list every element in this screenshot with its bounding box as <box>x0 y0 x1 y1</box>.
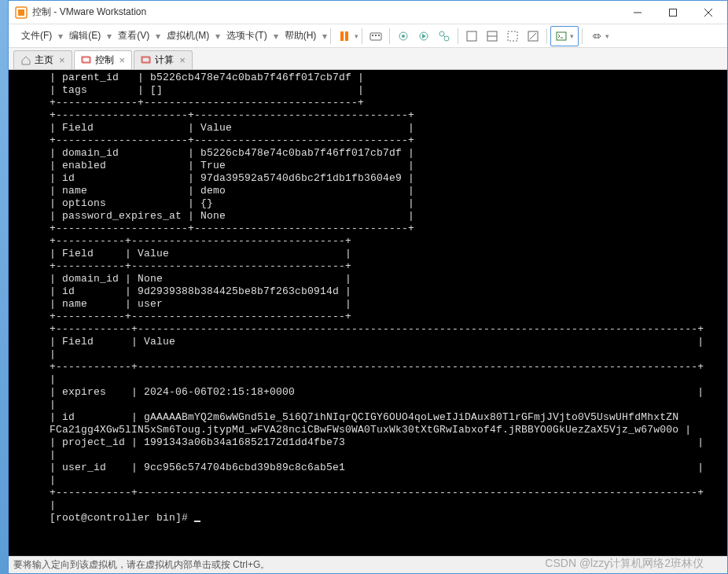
terminal-output[interactable]: | parent_id | b5226cb478e74c0bab7f46ff01… <box>9 70 727 556</box>
send-ctrlaltdel-icon[interactable] <box>366 26 386 46</box>
svg-rect-10 <box>375 35 377 36</box>
tab-label: 计算 <box>155 53 174 67</box>
unity-icon[interactable] <box>482 26 502 46</box>
console-icon[interactable]: ▾ <box>550 26 579 46</box>
expand-icon[interactable]: ▾ <box>586 26 614 46</box>
menu-vm[interactable]: 虚拟机(M) <box>160 26 215 46</box>
tab-label: 主页 <box>35 53 53 67</box>
vmware-icon <box>15 6 28 19</box>
close-icon[interactable]: × <box>179 54 186 66</box>
vm-icon <box>81 55 92 66</box>
stretch-icon[interactable] <box>523 26 543 46</box>
menu-file[interactable]: 文件(F) <box>15 26 58 46</box>
vm-icon <box>141 55 152 66</box>
minimize-button[interactable] <box>620 1 655 24</box>
svg-rect-18 <box>467 31 476 41</box>
tab-compute[interactable]: 计算 × <box>134 50 193 69</box>
close-icon[interactable]: × <box>119 54 126 66</box>
svg-line-23 <box>530 33 536 39</box>
statusbar: 要将输入定向到该虚拟机，请在虚拟机内部单击或按 Ctrl+G。 CSDN @lz… <box>9 556 727 573</box>
svg-rect-3 <box>669 9 676 16</box>
tabbar: 主页 × 控制 × 计算 × <box>9 48 727 70</box>
svg-rect-9 <box>372 35 373 36</box>
svg-rect-11 <box>378 35 380 36</box>
tab-label: 控制 <box>95 53 114 67</box>
close-button[interactable] <box>690 1 726 24</box>
menu-tabs[interactable]: 选项卡(T) <box>220 26 273 46</box>
svg-rect-1 <box>18 9 24 16</box>
watermark: CSDN @lzzy计算机网络2班林仪 <box>545 557 704 571</box>
close-icon[interactable]: × <box>59 54 65 66</box>
titlebar: 控制 - VMware Workstation <box>9 1 727 24</box>
fullscreen-icon[interactable] <box>461 26 482 46</box>
manage-snapshot-icon[interactable] <box>434 26 454 46</box>
svg-point-13 <box>402 35 405 38</box>
svg-rect-7 <box>345 31 348 41</box>
menu-edit[interactable]: 编辑(E) <box>63 26 107 46</box>
tab-home[interactable]: 主页 × <box>13 50 72 69</box>
svg-rect-8 <box>370 33 381 40</box>
tab-control[interactable]: 控制 × <box>74 50 133 69</box>
menu-help[interactable]: 帮助(H) <box>278 26 323 46</box>
home-icon <box>20 55 31 66</box>
thumbnail-icon[interactable] <box>502 26 523 46</box>
svg-line-17 <box>443 35 445 37</box>
svg-rect-26 <box>595 35 598 38</box>
maximize-button[interactable] <box>655 1 690 24</box>
app-window: 控制 - VMware Workstation 文件(F)▾ 编辑(E)▾ 查看… <box>8 0 728 574</box>
pause-icon[interactable] <box>334 26 355 46</box>
revert-snapshot-icon[interactable] <box>414 26 434 46</box>
svg-rect-24 <box>557 32 566 40</box>
window-title: 控制 - VMware Workstation <box>32 6 620 19</box>
snapshot-icon[interactable] <box>393 26 414 46</box>
menubar: 文件(F)▾ 编辑(E)▾ 查看(V)▾ 虚拟机(M)▾ 选项卡(T)▾ 帮助(… <box>9 24 727 48</box>
svg-rect-21 <box>508 31 517 41</box>
status-hint: 要将输入定向到该虚拟机，请在虚拟机内部单击或按 Ctrl+G。 <box>13 558 270 572</box>
svg-rect-6 <box>340 31 344 41</box>
menu-view[interactable]: 查看(V) <box>112 26 156 46</box>
